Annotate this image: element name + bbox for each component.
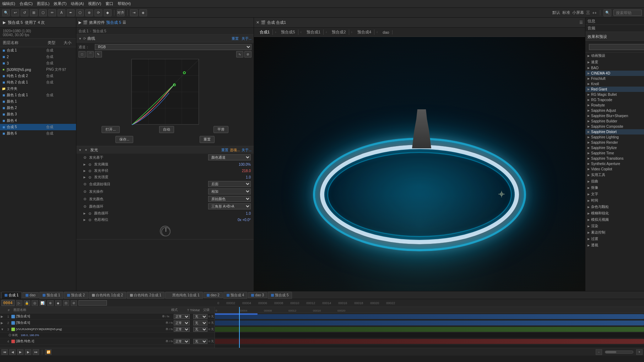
layer-trk-select[interactable]: 无 [193, 339, 207, 344]
tl-zoom-slider[interactable] [605, 351, 633, 353]
tl-play-btn[interactable]: ▶ [17, 349, 23, 355]
layer-trk-select[interactable]: 无 [193, 314, 207, 319]
glow-options-link[interactable]: 选项... [230, 148, 240, 153]
category-rg-magic-bullet[interactable]: ▶ RG Magic Bullet [585, 92, 644, 97]
tl-next-frame-btn[interactable]: ▶ [25, 349, 31, 355]
viewer-close-icon[interactable]: ✕ [256, 20, 259, 25]
tool-7[interactable]: ✒ [67, 9, 75, 16]
category-sapphire-composite[interactable]: ▶ Sapphire Composite [585, 124, 644, 129]
category-bao[interactable]: ▶ BAO [585, 65, 644, 71]
tl-snap-btn[interactable]: ⊡ [63, 300, 69, 306]
tl-lock-btn[interactable]: 🔒 [24, 300, 30, 306]
list-item-selected[interactable]: ◼ 合成 5 合成 [0, 124, 76, 130]
category-sapphire-blur[interactable]: ▶ Sapphire Blur+Sharpen [585, 113, 644, 119]
tl-zoom-out-btn[interactable]: - [596, 349, 602, 355]
tl-solo-btn[interactable]: ◎ [32, 300, 38, 306]
tl-tab-comp1[interactable]: 合成 1 [1, 292, 22, 299]
glow-color-dropdown[interactable]: 原始颜色 [208, 196, 251, 202]
list-item[interactable]: ◼ 纯色 1 合成 2 合成 [0, 73, 76, 79]
search-input[interactable] [613, 10, 642, 16]
tl-tab-white1[interactable]: 白色纯色 1合成 2 [89, 292, 126, 299]
tab-precomp5[interactable]: 预合成5 [278, 29, 298, 35]
tool-align[interactable]: 对齐 [117, 9, 125, 16]
breadcrumb-comp1[interactable]: 合成 1 [79, 29, 88, 34]
tl-search-input[interactable] [79, 300, 107, 306]
menu-window[interactable]: 窗口 [105, 1, 113, 6]
glow-threshold-value[interactable]: 100.0% [239, 163, 251, 166]
category-sapphire-stylize[interactable]: ▶ Sapphire Stylize [585, 145, 644, 150]
workspace-standard[interactable]: 标准 [562, 10, 570, 15]
curves-tool-smooth[interactable]: ⌒ [87, 51, 94, 57]
glow-about-link[interactable]: 关于... [242, 148, 251, 153]
menu-effect[interactable]: 效果(T) [54, 1, 66, 6]
curves-canvas[interactable] [131, 59, 199, 125]
category-animation-presets[interactable]: ▶ 动画预设 [585, 53, 644, 59]
layer-mode-select[interactable]: 正常 [174, 327, 190, 332]
list-item[interactable]: ◼ 颜色 2 [0, 105, 76, 111]
tool-2[interactable]: ↺ [21, 9, 28, 16]
tl-tab-precomp2[interactable]: 预合成 2 [64, 292, 88, 299]
tl-graph-btn[interactable]: 📊 [39, 300, 46, 306]
category-sapphire-distort[interactable]: ▶ Sapphire Distort [585, 129, 644, 135]
glow-composite-dropdown[interactable]: 后面 [208, 181, 251, 187]
list-item[interactable]: ◼ 2 合成 [0, 54, 76, 60]
tl-tab-white2[interactable]: 白色纯色 2合成 1 [127, 292, 164, 299]
tool-1[interactable]: ↩ [11, 9, 19, 16]
list-item[interactable]: ◼ 颜色 1 合成 1 合成 [0, 92, 76, 98]
glow-section-header[interactable]: ▼ ✦ 发光 重置 选项... 关于... [76, 146, 254, 154]
category-sapphire-lighting[interactable]: ▶ Sapphire Lighting [585, 135, 644, 140]
category-sapphire-transitions[interactable]: ▶ Sapphire Transitions [585, 156, 644, 161]
glow-loop-val-value[interactable]: 1.0 [246, 212, 251, 215]
list-item[interactable]: ◼ 合成 1 合成 [0, 47, 76, 54]
curves-open-btn[interactable]: 打开... [102, 126, 119, 133]
glow-reset-link[interactable]: 重置 [221, 148, 228, 153]
tl-layer-3[interactable]: ▼ 3 [VVLRJx9NQPZY36[9J0R0]%5.png] 单 / fx… [0, 326, 215, 333]
tl-lift-btn[interactable]: ⊘ [71, 300, 77, 306]
category-simulate[interactable]: ▶ 模拟元视频 [585, 216, 644, 223]
tl-keyframe-btn[interactable]: ◆ [55, 300, 61, 306]
glow-dial[interactable] [160, 226, 171, 236]
category-keying[interactable]: ▶ 抠像 [585, 185, 644, 191]
tool-9[interactable]: ⊕ [85, 9, 93, 16]
curves-reset-link[interactable]: 重置 [232, 36, 239, 41]
tl-tab-precomp5[interactable]: 预合成 5 [268, 292, 292, 299]
tl-tab-dao2[interactable]: dao 2 [204, 292, 223, 298]
playhead[interactable] [239, 307, 240, 348]
tool-11[interactable]: ◆ [104, 9, 112, 16]
menu-edit[interactable]: 编辑(E) [2, 1, 15, 6]
layer-mode-select[interactable]: 正常 [174, 314, 190, 319]
workspace-plus[interactable]: ++ [592, 11, 597, 15]
category-red-giant[interactable]: ▶ Red Giant [585, 87, 644, 92]
tool-search[interactable]: 🔍 [2, 9, 10, 16]
layer-trk-select[interactable]: 无 [193, 327, 207, 332]
curves-section-header[interactable]: ▼ ⟳ 曲线 重置 关于... [76, 35, 254, 43]
category-utility[interactable]: ▶ 实用工具 [585, 172, 644, 178]
category-frischluft[interactable]: ▶ Frischluft [585, 76, 644, 81]
tool-3[interactable]: ⊞ [30, 9, 38, 16]
curves-about-link[interactable]: 关于... [242, 36, 251, 41]
list-item[interactable]: ■ [9J0R0]%5.png PNG 文件 97 [0, 66, 76, 73]
category-rowbyte[interactable]: ▶ Rowbyte [585, 103, 644, 108]
viewer-menu-icon[interactable]: ☰ [579, 20, 583, 25]
category-sapphire-adjust[interactable]: ▶ Sapphire Adjust [585, 108, 644, 113]
tab-precomp2[interactable]: 预合成2 [329, 29, 349, 35]
tl-last-frame-btn[interactable]: ⏭ [33, 349, 39, 355]
list-item[interactable]: ◼ 纯色 2 合成 1 合成 [0, 79, 76, 86]
list-item[interactable]: ◼ 颜色 1 [0, 98, 76, 105]
glow-intensity-value[interactable]: 1.0 [246, 175, 251, 179]
tool-4[interactable]: ⬡ [39, 9, 47, 16]
curves-reset-btn[interactable]: 重置 [200, 136, 215, 143]
category-text[interactable]: ▶ 文字 [585, 191, 644, 197]
search-icon[interactable]: 🔍 [604, 9, 611, 16]
tl-prev-frame-btn[interactable]: ◀ [9, 349, 16, 355]
glow-radius-value[interactable]: 218.0 [242, 169, 251, 173]
tool-10[interactable]: ⟳ [94, 9, 102, 16]
curves-tool-square[interactable]: □ [79, 51, 86, 57]
tab-precomp4[interactable]: 预合成4 [355, 29, 374, 35]
list-item[interactable]: ◼ 3 合成 [0, 60, 76, 66]
category-sapphire-time[interactable]: ▶ Sapphire Time [585, 150, 644, 156]
list-item[interactable]: ◼ 颜色 6 合成 [0, 130, 76, 137]
menu-layer[interactable]: 图层(L) [37, 1, 49, 6]
tab-precomp1[interactable]: 预合成1 [304, 29, 324, 35]
category-knoll[interactable]: ▶ Knoll [585, 81, 644, 87]
